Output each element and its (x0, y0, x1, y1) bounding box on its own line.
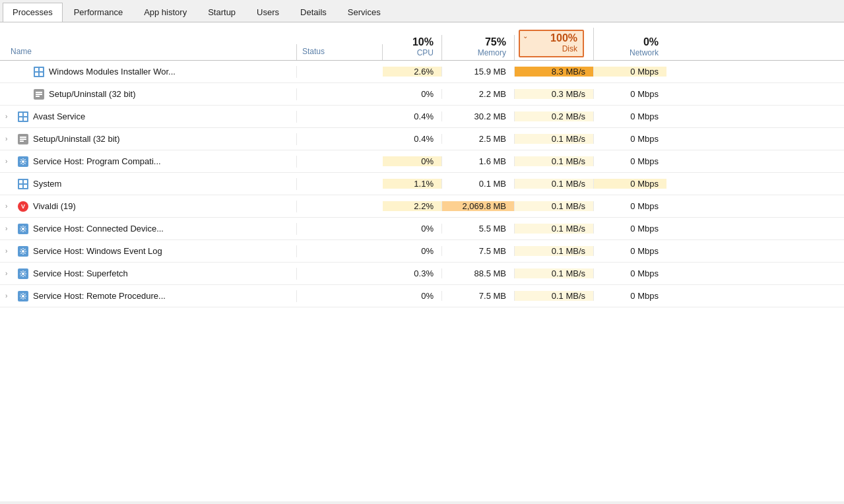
svg-rect-4 (36, 92, 42, 93)
svg-rect-3 (40, 73, 43, 76)
cell-disk: 8.3 MB/s (515, 67, 594, 77)
cell-memory: 2,069.8 MB (442, 201, 515, 211)
col-header-network[interactable]: 0% Network (594, 35, 666, 60)
table-row[interactable]: › Service Host: Superfetch 0.3% 88.5 MB … (0, 263, 844, 285)
proc-icon-wrapper (17, 178, 29, 190)
tab-processes[interactable]: Processes (3, 3, 63, 22)
memory-pct: 75% (445, 36, 506, 48)
cell-disk: 0.3 MB/s (515, 89, 594, 99)
proc-icon-wrapper: V (17, 201, 29, 212)
svg-point-21 (22, 272, 24, 275)
svg-point-14 (22, 160, 24, 163)
cell-memory: 1.6 MB (442, 156, 515, 166)
cell-disk: 0.1 MB/s (515, 246, 594, 256)
expand-arrow[interactable]: › (5, 203, 13, 210)
cell-cpu: 0.3% (383, 268, 442, 278)
tab-performance[interactable]: Performance (64, 3, 133, 22)
expand-arrow[interactable]: › (5, 225, 13, 232)
svg-rect-10 (24, 117, 27, 121)
setup-icon (34, 89, 44, 100)
col-header-disk[interactable]: ⌄ 100% Disk (515, 28, 594, 60)
col-header-cpu[interactable]: 10% CPU (383, 35, 442, 60)
proc-icon-wrapper (33, 88, 45, 100)
tab-details[interactable]: Details (290, 3, 337, 22)
expand-arrow[interactable]: › (5, 135, 13, 142)
cell-cpu: 1.1% (383, 179, 442, 189)
windows-icon (34, 67, 44, 77)
cell-disk: 0.1 MB/s (515, 134, 594, 144)
proc-icon-wrapper (17, 133, 29, 145)
cell-cpu: 0.4% (383, 111, 442, 121)
table-row[interactable]: Setup/Uninstall (32 bit) 0% 2.2 MB 0.3 M… (0, 83, 844, 106)
expand-arrow[interactable]: › (5, 270, 13, 277)
cell-name: Windows Modules Installer Wor... (0, 66, 297, 78)
cell-network: 0 Mbps (594, 179, 666, 189)
svg-rect-2 (35, 73, 38, 76)
cell-cpu: 2.2% (383, 201, 442, 211)
svg-rect-0 (35, 68, 38, 71)
cell-cpu: 0% (383, 224, 442, 234)
cell-network: 0 Mbps (594, 291, 666, 301)
cell-name: › Service Host: Connected Device... (0, 223, 297, 235)
column-headers: Name Status 10% CPU 75% Memory ⌄ 100% Di… (0, 22, 844, 61)
cpu-label: CPU (385, 48, 434, 57)
cell-network: 0 Mbps (594, 201, 666, 211)
cell-name: › Service Host: Program Compati... (0, 156, 297, 168)
table-row[interactable]: › Service Host: Windows Event Log 0% 7.5… (0, 240, 844, 263)
svg-rect-17 (19, 185, 22, 188)
table-row[interactable]: › V Vivaldi (19) 2.2% 2,069.8 MB 0.1 MB/… (0, 195, 844, 218)
gear-icon (18, 156, 28, 167)
table-row[interactable]: System 1.1% 0.1 MB 0.1 MB/s 0 Mbps (0, 173, 844, 195)
cell-memory: 7.5 MB (442, 291, 515, 301)
cell-disk: 0.1 MB/s (515, 201, 594, 211)
tab-users[interactable]: Users (247, 3, 289, 22)
cell-name: › Service Host: Windows Event Log (0, 245, 297, 257)
svg-rect-8 (24, 113, 27, 116)
cell-name: › V Vivaldi (19) (0, 201, 297, 212)
tab-services[interactable]: Services (338, 3, 391, 22)
svg-rect-13 (20, 141, 24, 142)
proc-icon-wrapper (33, 66, 45, 78)
expand-arrow[interactable]: › (5, 113, 13, 120)
svg-rect-7 (19, 113, 22, 116)
cell-name: System (0, 178, 297, 190)
tab-app-history[interactable]: App history (134, 3, 197, 22)
cell-memory: 5.5 MB (442, 224, 515, 234)
col-header-name[interactable]: Name (0, 44, 297, 60)
col-header-memory[interactable]: 75% Memory (442, 35, 515, 60)
cell-network: 0 Mbps (594, 134, 666, 144)
status-label: Status (302, 47, 377, 56)
disk-label: Disk (523, 44, 577, 53)
gear-icon (18, 268, 28, 279)
expand-arrow[interactable]: › (5, 247, 13, 255)
cell-cpu: 0% (383, 89, 442, 99)
proc-name: Service Host: Superfetch (33, 268, 128, 278)
svg-rect-16 (24, 180, 27, 183)
table-row[interactable]: › Setup/Uninstall (32 bit) 0.4% 2.5 MB 0… (0, 128, 844, 150)
process-table[interactable]: Windows Modules Installer Wor... 2.6% 15… (0, 61, 844, 501)
table-row[interactable]: › Service Host: Remote Procedure... 0% 7… (0, 285, 844, 307)
table-row[interactable]: › Avast Service 0.4% 30.2 MB 0.2 MB/s 0 … (0, 106, 844, 128)
cell-name: › Service Host: Remote Procedure... (0, 290, 297, 302)
tab-bar: Processes Performance App history Startu… (0, 0, 844, 22)
expand-arrow[interactable]: › (5, 158, 13, 165)
tab-startup[interactable]: Startup (198, 3, 245, 22)
cpu-pct: 10% (385, 36, 434, 48)
cell-memory: 15.9 MB (442, 67, 515, 77)
svg-rect-6 (36, 96, 40, 97)
expand-arrow[interactable]: › (5, 292, 13, 299)
disk-header-highlight: ⌄ 100% Disk (519, 30, 584, 57)
setup-icon (18, 134, 28, 144)
proc-name: Service Host: Remote Procedure... (33, 291, 166, 301)
table-row[interactable]: Windows Modules Installer Wor... 2.6% 15… (0, 61, 844, 83)
svg-rect-12 (20, 139, 26, 140)
cell-network: 0 Mbps (594, 156, 666, 166)
table-row[interactable]: › Service Host: Connected Device... 0% 5… (0, 218, 844, 240)
cell-memory: 88.5 MB (442, 268, 515, 278)
cell-cpu: 0% (383, 156, 442, 166)
vivaldi-icon: V (18, 201, 28, 212)
cell-memory: 2.2 MB (442, 89, 515, 99)
proc-name: Service Host: Windows Event Log (33, 246, 162, 256)
col-header-status[interactable]: Status (297, 44, 383, 60)
table-row[interactable]: › Service Host: Program Compati... 0% 1.… (0, 150, 844, 173)
